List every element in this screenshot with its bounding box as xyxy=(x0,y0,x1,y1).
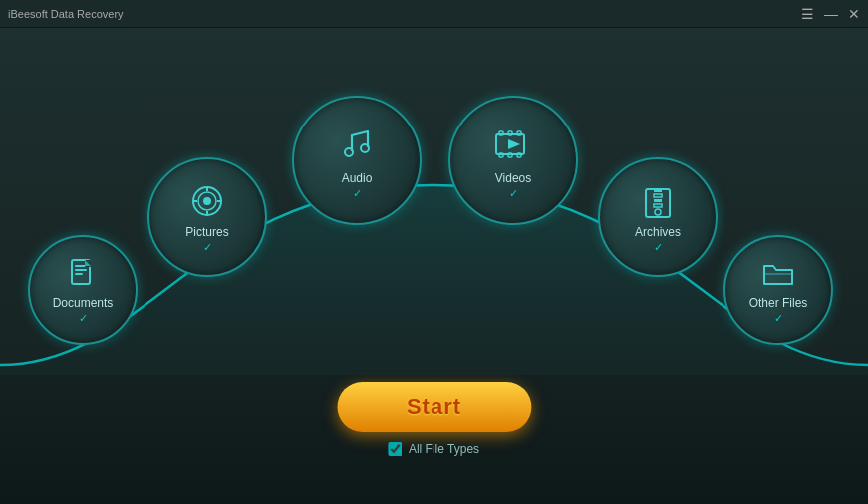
pictures-check: ✓ xyxy=(203,241,212,254)
menu-button[interactable]: ☰ xyxy=(801,7,814,21)
documents-check: ✓ xyxy=(79,312,88,325)
pictures-label: Pictures xyxy=(185,225,228,239)
documents-icon xyxy=(65,256,101,292)
svg-rect-22 xyxy=(646,189,670,217)
videos-circle[interactable]: Videos ✓ xyxy=(448,96,578,225)
svg-rect-3 xyxy=(75,273,83,275)
videos-check: ✓ xyxy=(509,187,518,200)
all-file-types-checkbox[interactable] xyxy=(389,442,403,456)
minimize-button[interactable]: — xyxy=(824,7,838,21)
other-files-check: ✓ xyxy=(774,312,783,325)
other-files-circle[interactable]: Other Files ✓ xyxy=(723,235,833,345)
archives-circle[interactable]: Archives ✓ xyxy=(598,157,718,277)
start-button[interactable]: Start xyxy=(337,382,531,432)
start-section: Start All File Types xyxy=(337,382,531,456)
svg-marker-15 xyxy=(508,139,520,149)
svg-rect-26 xyxy=(654,204,662,207)
other-files-label: Other Files xyxy=(749,296,808,310)
pictures-icon xyxy=(187,181,227,221)
app-title: iBeesoft Data Recovery xyxy=(8,8,124,20)
documents-label: Documents xyxy=(53,296,114,310)
audio-label: Audio xyxy=(342,171,373,185)
all-file-types-label[interactable]: All File Types xyxy=(409,442,479,456)
close-button[interactable]: ✕ xyxy=(848,7,860,21)
svg-rect-25 xyxy=(654,199,662,202)
other-files-icon xyxy=(760,256,796,292)
svg-rect-23 xyxy=(654,189,662,192)
title-bar: iBeesoft Data Recovery ☰ — ✕ xyxy=(0,0,868,28)
audio-circle[interactable]: Audio ✓ xyxy=(292,96,422,225)
archives-check: ✓ xyxy=(654,241,663,254)
audio-icon xyxy=(334,122,380,167)
svg-point-13 xyxy=(361,144,369,152)
archives-label: Archives xyxy=(635,225,681,239)
svg-rect-2 xyxy=(75,269,87,271)
main-content: Documents ✓ Pictures ✓ Audio ✓ xyxy=(0,28,868,504)
videos-label: Videos xyxy=(495,171,531,185)
all-file-types-row: All File Types xyxy=(389,442,479,456)
audio-check: ✓ xyxy=(353,187,362,200)
svg-point-7 xyxy=(203,197,211,205)
window-controls: ☰ — ✕ xyxy=(801,7,860,21)
svg-rect-24 xyxy=(654,194,662,197)
pictures-circle[interactable]: Pictures ✓ xyxy=(147,157,267,277)
svg-point-27 xyxy=(655,209,661,215)
archives-icon xyxy=(638,181,678,221)
svg-point-12 xyxy=(345,148,353,156)
videos-icon xyxy=(490,122,536,167)
documents-circle[interactable]: Documents ✓ xyxy=(28,235,138,345)
